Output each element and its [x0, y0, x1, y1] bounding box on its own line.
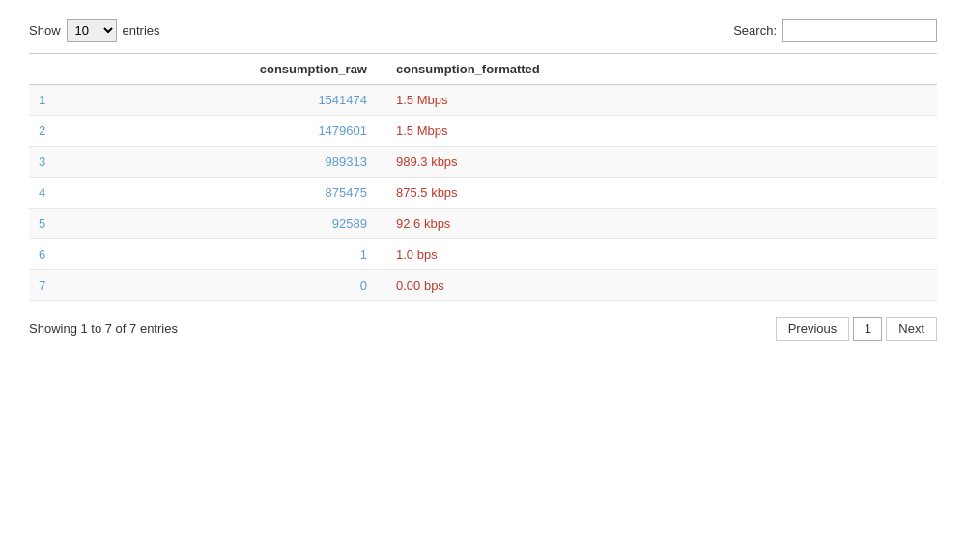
cell-formatted: 1.0 bps: [377, 239, 937, 270]
col-header-index: [29, 54, 87, 85]
cell-raw: 1541474: [87, 85, 377, 116]
table-row: 4875475875.5 kbps: [29, 178, 937, 209]
table-row: 214796011.5 Mbps: [29, 116, 937, 147]
table-row: 3989313989.3 kbps: [29, 147, 937, 178]
current-page: 1: [853, 317, 882, 341]
table-row: 611.0 bps: [29, 239, 937, 270]
cell-formatted: 92.6 kbps: [377, 209, 937, 239]
cell-index: 4: [29, 178, 87, 209]
entries-label: entries: [123, 23, 160, 38]
next-button[interactable]: Next: [886, 317, 937, 341]
pagination: Previous 1 Next: [776, 317, 937, 341]
cell-index: 5: [29, 209, 87, 239]
col-header-raw: consumption_raw: [87, 54, 377, 85]
search-label: Search:: [733, 23, 777, 38]
search-input[interactable]: [782, 19, 937, 42]
page-wrapper: Show 10 25 50 100 entries Search: consum…: [0, 0, 966, 360]
cell-index: 3: [29, 147, 87, 178]
cell-formatted: 989.3 kbps: [377, 147, 937, 178]
cell-formatted: 1.5 Mbps: [377, 116, 937, 147]
cell-index: 7: [29, 270, 87, 301]
table-row: 115414741.5 Mbps: [29, 85, 937, 116]
show-entries: Show 10 25 50 100 entries: [29, 19, 160, 42]
cell-index: 6: [29, 239, 87, 270]
top-controls: Show 10 25 50 100 entries Search:: [29, 19, 937, 42]
table-header-row: consumption_raw consumption_formatted: [29, 54, 937, 85]
bottom-controls: Showing 1 to 7 of 7 entries Previous 1 N…: [29, 317, 937, 341]
cell-formatted: 0.00 bps: [377, 270, 937, 301]
table-row: 700.00 bps: [29, 270, 937, 301]
cell-raw: 1479601: [87, 116, 377, 147]
cell-raw: 92589: [87, 209, 377, 239]
previous-button[interactable]: Previous: [776, 317, 850, 341]
table-body: 115414741.5 Mbps214796011.5 Mbps39893139…: [29, 85, 937, 301]
table-row: 59258992.6 kbps: [29, 209, 937, 239]
entries-select[interactable]: 10 25 50 100: [67, 19, 117, 42]
cell-raw: 989313: [87, 147, 377, 178]
cell-raw: 875475: [87, 178, 377, 209]
col-header-formatted: consumption_formatted: [377, 54, 937, 85]
showing-text: Showing 1 to 7 of 7 entries: [29, 322, 178, 336]
cell-index: 1: [29, 85, 87, 116]
cell-formatted: 1.5 Mbps: [377, 85, 937, 116]
cell-formatted: 875.5 kbps: [377, 178, 937, 209]
cell-index: 2: [29, 116, 87, 147]
search-area: Search:: [733, 19, 937, 42]
show-label: Show: [29, 23, 61, 38]
cell-raw: 1: [87, 239, 377, 270]
cell-raw: 0: [87, 270, 377, 301]
data-table: consumption_raw consumption_formatted 11…: [29, 53, 937, 301]
